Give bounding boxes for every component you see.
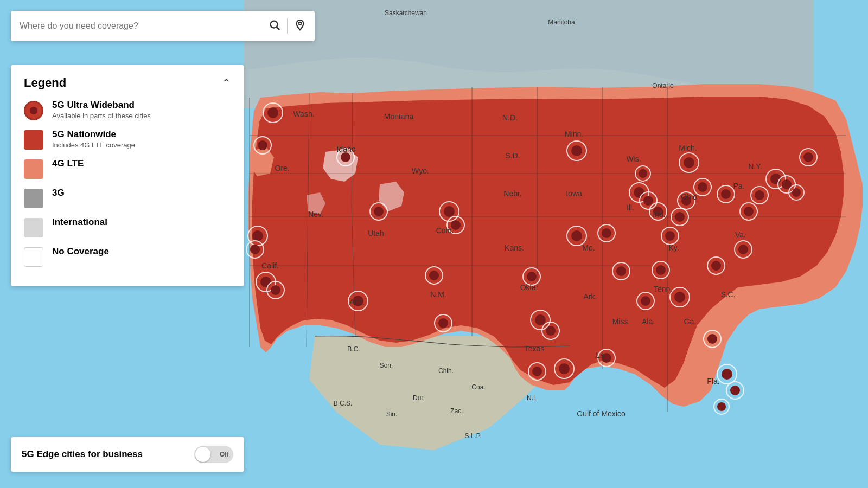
svg-point-49 [527,272,537,281]
search-divider [287,18,288,34]
svg-point-59 [675,212,685,222]
svg-point-17 [250,245,260,254]
svg-point-29 [374,207,384,216]
legend-swatch-3g [24,189,43,208]
legend-item-no-coverage: No Coverage [24,246,231,267]
svg-point-35 [438,318,448,328]
svg-point-33 [429,271,439,280]
bottom-bar: 5G Edge cities for business Off [11,437,244,472]
legend-item-4glte: 4G LTE [24,158,231,179]
svg-point-77 [674,292,685,303]
5g-edge-label: 5G Edge cities for business [22,449,143,460]
svg-point-45 [559,363,570,374]
legend-panel: Legend ⌃ 5G Ultra Wideband Available in … [11,65,244,286]
svg-point-65 [721,189,731,199]
svg-point-23 [353,296,363,306]
svg-point-13 [258,140,267,150]
legend-swatch-no-coverage [24,247,43,267]
svg-point-11 [267,107,278,118]
svg-point-61 [698,182,707,192]
legend-swatch-5g-uwb [24,101,43,120]
svg-point-37 [571,230,582,241]
svg-point-93 [803,152,813,162]
search-bar [11,11,315,41]
legend-swatch-5g-nationwide [24,130,43,150]
legend-collapse-button[interactable]: ⌃ [222,76,231,89]
svg-point-71 [656,265,666,275]
legend-item-3g: 3G [24,188,231,208]
legend-label-4glte: 4G LTE [52,158,84,169]
svg-point-21 [271,285,280,295]
legend-label-5g-uwb: 5G Ultra Wideband Available in parts of … [52,100,151,120]
legend-label-international: International [52,217,107,228]
svg-point-63 [684,157,694,168]
svg-point-95 [722,369,732,380]
svg-point-39 [571,145,582,156]
svg-point-97 [730,386,740,395]
svg-point-105 [639,169,647,178]
svg-point-99 [717,402,726,411]
svg-point-103 [707,334,717,344]
svg-point-157 [271,21,278,28]
toggle-knob [195,447,210,462]
svg-point-53 [634,187,644,198]
svg-point-57 [653,207,663,216]
5g-edge-toggle[interactable]: Off [194,446,233,463]
legend-header: Legend ⌃ [24,76,231,90]
svg-point-69 [665,231,675,241]
svg-point-85 [755,190,764,200]
location-icon[interactable] [294,19,306,34]
svg-point-27 [451,220,461,230]
svg-point-159 [299,22,302,24]
legend-item-international: International [24,217,231,237]
svg-point-81 [738,245,748,254]
svg-point-47 [532,367,542,376]
legend-item-5g-nationwide: 5G Nationwide Includes 4G LTE coverage [24,129,231,150]
svg-point-25 [444,206,455,217]
legend-swatch-4glte [24,159,43,179]
legend-label-no-coverage: No Coverage [52,246,109,257]
legend-title: Legend [24,76,66,90]
legend-label-5g-nationwide: 5G Nationwide Includes 4G LTE coverage [52,129,135,149]
svg-point-91 [792,188,801,197]
legend-swatch-international [24,218,43,237]
legend-item-5g-uwb: 5G Ultra Wideband Available in parts of … [24,100,231,120]
toggle-state-label: Off [220,451,229,458]
svg-point-41 [535,314,546,325]
svg-point-51 [602,228,611,238]
svg-point-83 [744,207,754,216]
svg-point-75 [641,296,650,306]
svg-point-73 [616,266,626,276]
svg-point-15 [252,230,263,241]
svg-point-43 [546,326,556,336]
search-input[interactable] [20,21,269,31]
svg-point-79 [711,261,721,271]
svg-point-67 [681,196,691,206]
svg-point-55 [643,196,653,206]
svg-line-158 [277,27,279,30]
svg-point-101 [602,353,611,363]
svg-point-31 [341,152,350,162]
legend-label-3g: 3G [52,188,65,198]
svg-point-19 [260,277,271,287]
search-icon[interactable] [269,19,280,34]
